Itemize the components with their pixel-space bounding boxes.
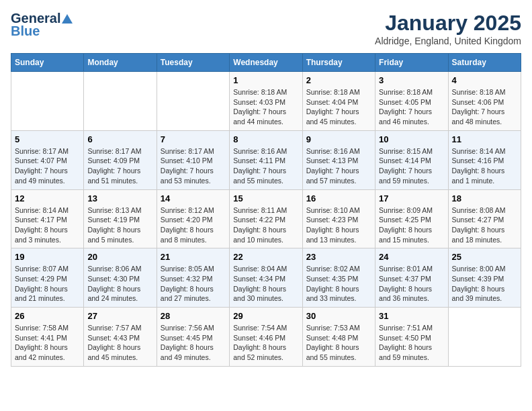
day-cell: 5Sunrise: 8:17 AMSunset: 4:07 PMDaylight… (11, 130, 84, 189)
day-info: Sunrise: 8:16 AMSunset: 4:13 PMDaylight:… (306, 146, 371, 186)
logo-blue: Blue (11, 24, 40, 39)
day-number: 5 (15, 134, 80, 144)
day-number: 16 (306, 193, 371, 203)
day-number: 26 (15, 311, 80, 321)
logo-icon (61, 13, 73, 25)
location: Aldridge, England, United Kingdom (375, 36, 521, 46)
day-cell: 4Sunrise: 8:18 AMSunset: 4:06 PMDaylight… (448, 72, 521, 131)
day-number: 1 (233, 75, 298, 85)
day-number: 30 (306, 311, 371, 321)
day-number: 2 (306, 75, 371, 85)
day-cell: 18Sunrise: 8:08 AMSunset: 4:27 PMDayligh… (448, 189, 521, 248)
day-cell: 20Sunrise: 8:06 AMSunset: 4:30 PMDayligh… (84, 248, 157, 308)
day-number: 24 (379, 252, 444, 262)
day-number: 14 (161, 193, 226, 203)
week-row-3: 12Sunrise: 8:14 AMSunset: 4:17 PMDayligh… (11, 189, 521, 248)
day-info: Sunrise: 8:13 AMSunset: 4:19 PMDaylight:… (87, 205, 152, 245)
day-cell: 24Sunrise: 8:01 AMSunset: 4:37 PMDayligh… (375, 248, 448, 308)
day-cell: 6Sunrise: 8:17 AMSunset: 4:09 PMDaylight… (84, 130, 157, 189)
day-number: 11 (452, 134, 517, 144)
day-cell (11, 72, 84, 131)
day-info: Sunrise: 8:01 AMSunset: 4:37 PMDaylight:… (379, 264, 444, 304)
day-info: Sunrise: 8:00 AMSunset: 4:39 PMDaylight:… (452, 264, 517, 304)
day-number: 23 (306, 252, 371, 262)
day-info: Sunrise: 7:54 AMSunset: 4:46 PMDaylight:… (233, 323, 298, 363)
day-info: Sunrise: 8:06 AMSunset: 4:30 PMDaylight:… (87, 264, 152, 304)
day-cell: 30Sunrise: 7:53 AMSunset: 4:48 PMDayligh… (302, 308, 375, 367)
header-saturday: Saturday (448, 54, 521, 72)
day-cell: 21Sunrise: 8:05 AMSunset: 4:32 PMDayligh… (157, 248, 229, 308)
day-number: 27 (87, 311, 152, 321)
day-number: 22 (233, 252, 298, 262)
day-info: Sunrise: 8:14 AMSunset: 4:17 PMDaylight:… (15, 205, 80, 245)
header-monday: Monday (84, 54, 157, 72)
day-info: Sunrise: 8:16 AMSunset: 4:11 PMDaylight:… (233, 146, 298, 186)
week-row-5: 26Sunrise: 7:58 AMSunset: 4:41 PMDayligh… (11, 308, 521, 367)
day-info: Sunrise: 8:17 AMSunset: 4:09 PMDaylight:… (87, 146, 152, 186)
day-info: Sunrise: 7:53 AMSunset: 4:48 PMDaylight:… (306, 323, 371, 363)
day-info: Sunrise: 7:57 AMSunset: 4:43 PMDaylight:… (87, 323, 152, 363)
day-number: 31 (379, 311, 444, 321)
day-cell: 1Sunrise: 8:18 AMSunset: 4:03 PMDaylight… (230, 72, 302, 131)
title-block: January 2025 Aldridge, England, United K… (375, 11, 521, 46)
day-number: 10 (379, 134, 444, 144)
day-info: Sunrise: 8:08 AMSunset: 4:27 PMDaylight:… (452, 205, 517, 245)
day-cell: 13Sunrise: 8:13 AMSunset: 4:19 PMDayligh… (84, 189, 157, 248)
day-cell: 12Sunrise: 8:14 AMSunset: 4:17 PMDayligh… (11, 189, 84, 248)
day-number: 8 (233, 134, 298, 144)
day-cell: 22Sunrise: 8:04 AMSunset: 4:34 PMDayligh… (230, 248, 302, 308)
day-cell: 25Sunrise: 8:00 AMSunset: 4:39 PMDayligh… (448, 248, 521, 308)
header-sunday: Sunday (11, 54, 84, 72)
day-cell: 2Sunrise: 8:18 AMSunset: 4:04 PMDaylight… (302, 72, 375, 131)
logo: General Blue (11, 11, 74, 39)
day-info: Sunrise: 8:17 AMSunset: 4:07 PMDaylight:… (15, 146, 80, 186)
header-thursday: Thursday (302, 54, 375, 72)
day-cell: 29Sunrise: 7:54 AMSunset: 4:46 PMDayligh… (230, 308, 302, 367)
day-number: 13 (87, 193, 152, 203)
day-info: Sunrise: 7:58 AMSunset: 4:41 PMDaylight:… (15, 323, 80, 363)
day-number: 29 (233, 311, 298, 321)
day-info: Sunrise: 7:56 AMSunset: 4:45 PMDaylight:… (161, 323, 226, 363)
header-tuesday: Tuesday (157, 54, 229, 72)
day-info: Sunrise: 8:04 AMSunset: 4:34 PMDaylight:… (233, 264, 298, 304)
day-info: Sunrise: 8:18 AMSunset: 4:04 PMDaylight:… (306, 87, 371, 127)
day-number: 12 (15, 193, 80, 203)
day-cell: 26Sunrise: 7:58 AMSunset: 4:41 PMDayligh… (11, 308, 84, 367)
day-cell: 9Sunrise: 8:16 AMSunset: 4:13 PMDaylight… (302, 130, 375, 189)
week-row-4: 19Sunrise: 8:07 AMSunset: 4:29 PMDayligh… (11, 248, 521, 308)
day-info: Sunrise: 8:12 AMSunset: 4:20 PMDaylight:… (161, 205, 226, 245)
day-info: Sunrise: 8:14 AMSunset: 4:16 PMDaylight:… (452, 146, 517, 186)
day-info: Sunrise: 8:17 AMSunset: 4:10 PMDaylight:… (161, 146, 226, 186)
day-number: 20 (87, 252, 152, 262)
day-cell (157, 72, 229, 131)
day-number: 25 (452, 252, 517, 262)
day-cell: 28Sunrise: 7:56 AMSunset: 4:45 PMDayligh… (157, 308, 229, 367)
day-info: Sunrise: 8:05 AMSunset: 4:32 PMDaylight:… (161, 264, 226, 304)
svg-marker-0 (62, 14, 73, 24)
day-number: 7 (161, 134, 226, 144)
day-cell: 8Sunrise: 8:16 AMSunset: 4:11 PMDaylight… (230, 130, 302, 189)
day-cell: 23Sunrise: 8:02 AMSunset: 4:35 PMDayligh… (302, 248, 375, 308)
day-info: Sunrise: 8:18 AMSunset: 4:06 PMDaylight:… (452, 87, 517, 127)
day-number: 18 (452, 193, 517, 203)
day-cell: 17Sunrise: 8:09 AMSunset: 4:25 PMDayligh… (375, 189, 448, 248)
day-cell: 10Sunrise: 8:15 AMSunset: 4:14 PMDayligh… (375, 130, 448, 189)
header-friday: Friday (375, 54, 448, 72)
day-number: 4 (452, 75, 517, 85)
day-cell: 11Sunrise: 8:14 AMSunset: 4:16 PMDayligh… (448, 130, 521, 189)
day-info: Sunrise: 8:15 AMSunset: 4:14 PMDaylight:… (379, 146, 444, 186)
day-cell: 3Sunrise: 8:18 AMSunset: 4:05 PMDaylight… (375, 72, 448, 131)
day-info: Sunrise: 8:11 AMSunset: 4:22 PMDaylight:… (233, 205, 298, 245)
week-row-1: 1Sunrise: 8:18 AMSunset: 4:03 PMDaylight… (11, 72, 521, 131)
day-number: 3 (379, 75, 444, 85)
day-info: Sunrise: 8:09 AMSunset: 4:25 PMDaylight:… (379, 205, 444, 245)
day-info: Sunrise: 8:18 AMSunset: 4:05 PMDaylight:… (379, 87, 444, 127)
calendar-table: SundayMondayTuesdayWednesdayThursdayFrid… (11, 53, 521, 367)
day-number: 21 (161, 252, 226, 262)
week-row-2: 5Sunrise: 8:17 AMSunset: 4:07 PMDaylight… (11, 130, 521, 189)
month-title: January 2025 (375, 11, 521, 36)
header-wednesday: Wednesday (230, 54, 302, 72)
page-header: General Blue January 2025 Aldridge, Engl… (11, 11, 521, 46)
day-info: Sunrise: 8:02 AMSunset: 4:35 PMDaylight:… (306, 264, 371, 304)
day-cell (84, 72, 157, 131)
